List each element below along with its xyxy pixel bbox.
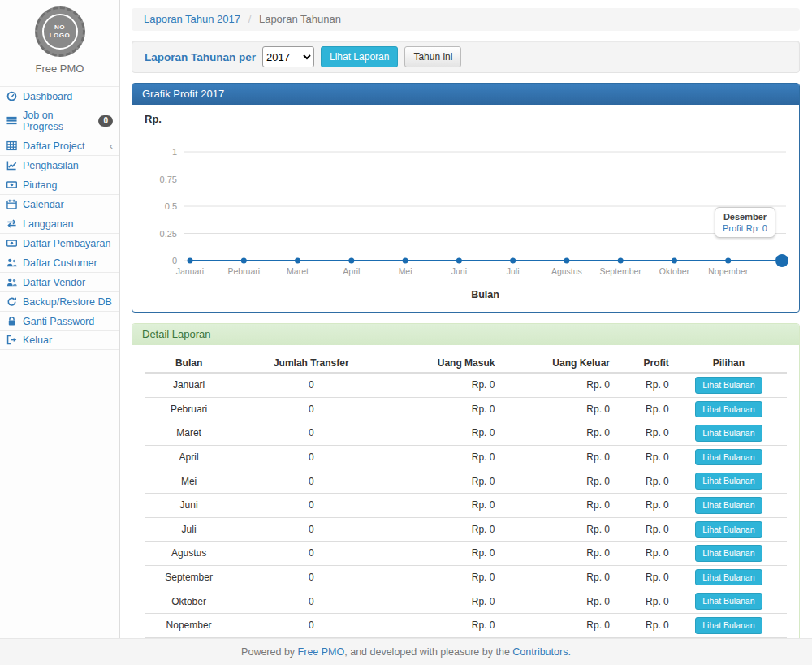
sidebar-item-penghasilan[interactable]: Penghasilan: [0, 155, 119, 175]
table-row: Januari0Rp. 0Rp. 0Rp. 0Lihat Bulanan: [145, 373, 787, 397]
brand-name: Free PMO: [0, 63, 119, 75]
cell-pilihan: Lihat Bulanan: [671, 517, 787, 542]
no-logo-badge: NO LOGO: [35, 6, 85, 57]
lihat-bulanan-button[interactable]: Lihat Bulanan: [695, 617, 762, 634]
sidebar-item-daftar-pembayaran[interactable]: Daftar Pembayaran: [0, 233, 119, 253]
cell-pilihan: Lihat Bulanan: [671, 421, 787, 446]
lihat-bulanan-button[interactable]: Lihat Bulanan: [695, 569, 762, 586]
cell-jumlah-transfer: 0: [233, 613, 389, 637]
cell-uang-masuk: Rp. 0: [389, 445, 496, 469]
sidebar-item-daftar-vendor[interactable]: Daftar Vendor: [0, 272, 119, 291]
data-point[interactable]: [241, 258, 247, 264]
cell-jumlah-transfer: 0: [233, 445, 389, 469]
cell-uang-keluar: Rp. 0: [496, 445, 611, 469]
column-header-profit: Profit: [611, 353, 671, 373]
breadcrumb: Laporan Tahun 2017 / Laporan Tahunan: [132, 8, 800, 31]
data-point[interactable]: [188, 258, 193, 264]
footer-contributors-link[interactable]: Contributors.: [512, 646, 571, 658]
cell-profit: Rp. 0: [611, 565, 671, 589]
data-point[interactable]: [456, 258, 462, 264]
cell-pilihan: Lihat Bulanan: [671, 397, 787, 421]
page: NO LOGO Free PMO Dashboard Job on Progre…: [0, 0, 812, 665]
sidebar-item-calendar[interactable]: Calendar: [0, 194, 119, 214]
x-tick-label: Juni: [451, 266, 467, 276]
sidebar-item-label: Backup/Restore DB: [23, 296, 112, 308]
column-header-uang-keluar: Uang Keluar: [496, 353, 611, 373]
lihat-bulanan-button[interactable]: Lihat Bulanan: [695, 449, 762, 466]
data-point[interactable]: [618, 258, 624, 264]
x-tick-label: Maret: [287, 266, 309, 276]
cell-jumlah-transfer: 0: [233, 469, 389, 494]
cell-jumlah-transfer: 0: [233, 373, 389, 397]
lihat-bulanan-button[interactable]: Lihat Bulanan: [695, 497, 762, 514]
profit-line-chart: 00.250.50.751JanuariPebruariMaretAprilMe…: [145, 127, 788, 287]
cell-uang-keluar: Rp. 0: [496, 542, 611, 566]
sidebar-item-piutang[interactable]: Piutang: [0, 175, 119, 194]
x-tick-label: Januari: [176, 266, 204, 276]
sidebar-item-label: Dashboard: [23, 91, 72, 102]
report-filter-bar: Laporan Tahunan per 2017 Lihat Laporan T…: [132, 41, 800, 73]
cell-bulan: Nopember: [145, 613, 233, 637]
sidebar-item-label: Daftar Customer: [23, 257, 97, 269]
chart-panel-title: Grafik Profit 2017: [132, 84, 799, 105]
data-point[interactable]: [295, 258, 300, 264]
cell-profit: Rp. 0: [611, 421, 671, 446]
sidebar-item-ganti-password[interactable]: Ganti Password: [0, 311, 119, 330]
lihat-bulanan-button[interactable]: Lihat Bulanan: [695, 545, 762, 562]
lihat-laporan-button[interactable]: Lihat Laporan: [321, 46, 398, 67]
data-point[interactable]: [510, 258, 516, 264]
sidebar-item-langganan[interactable]: Langganan: [0, 214, 119, 233]
sidebar-item-keluar[interactable]: Keluar: [0, 330, 119, 350]
cell-bulan: September: [145, 565, 233, 589]
sidebar-item-backup-restore-db[interactable]: Backup/Restore DB: [0, 291, 119, 311]
x-tick-label: Nopember: [708, 266, 749, 276]
sidebar-item-job-on-progress[interactable]: Job on Progress 0: [0, 106, 119, 136]
job-count-badge: 0: [98, 115, 113, 127]
sidebar-item-daftar-project[interactable]: Daftar Project ‹: [0, 136, 119, 155]
lihat-bulanan-button[interactable]: Lihat Bulanan: [695, 521, 762, 538]
data-point[interactable]: [672, 258, 677, 264]
x-tick-label: Juli: [507, 266, 520, 276]
data-point[interactable]: [725, 258, 731, 264]
cell-profit: Rp. 0: [611, 445, 671, 469]
cell-profit: Rp. 0: [611, 589, 671, 614]
x-tick-label: September: [599, 266, 641, 276]
lihat-bulanan-button[interactable]: Lihat Bulanan: [695, 473, 762, 490]
chevron-left-icon: ‹: [110, 140, 113, 152]
footer-brand-link[interactable]: Free PMO: [298, 646, 345, 658]
data-point[interactable]: [564, 258, 569, 264]
tahun-ini-button[interactable]: Tahun ini: [404, 46, 461, 67]
lihat-bulanan-button[interactable]: Lihat Bulanan: [695, 593, 762, 610]
lihat-bulanan-button[interactable]: Lihat Bulanan: [695, 377, 762, 394]
lihat-bulanan-button[interactable]: Lihat Bulanan: [695, 425, 762, 442]
profit-chart: Rp. 00.250.50.751JanuariPebruariMaretApr…: [145, 113, 787, 305]
cell-pilihan: Lihat Bulanan: [671, 565, 787, 589]
table-row: Juni0Rp. 0Rp. 0Rp. 0Lihat Bulanan: [145, 493, 787, 517]
table-row: Juli0Rp. 0Rp. 0Rp. 0Lihat Bulanan: [145, 517, 787, 542]
cell-bulan: Mei: [145, 469, 233, 494]
data-point[interactable]: [348, 258, 354, 264]
cell-pilihan: Lihat Bulanan: [671, 542, 787, 566]
cell-uang-masuk: Rp. 0: [389, 542, 496, 566]
footer-text: Powered by Free PMO, and developed with …: [241, 646, 571, 658]
logo-text-line1: NO: [54, 24, 65, 32]
line-chart-icon: [6, 160, 18, 171]
cell-uang-keluar: Rp. 0: [496, 373, 611, 397]
table-row: Mei0Rp. 0Rp. 0Rp. 0Lihat Bulanan: [145, 469, 787, 494]
sidebar-item-label: Penghasilan: [23, 160, 79, 171]
sidebar-item-dashboard[interactable]: Dashboard: [0, 86, 119, 106]
cell-uang-keluar: Rp. 0: [496, 421, 611, 446]
lihat-bulanan-button[interactable]: Lihat Bulanan: [695, 401, 762, 418]
sidebar: NO LOGO Free PMO Dashboard Job on Progre…: [0, 0, 120, 638]
year-select[interactable]: 2017: [262, 46, 314, 67]
breadcrumb-link-laporan-tahun[interactable]: Laporan Tahun 2017: [144, 13, 240, 25]
data-point[interactable]: [403, 258, 408, 264]
sidebar-item-label: Piutang: [23, 179, 57, 191]
money-icon: [6, 238, 18, 249]
data-point-highlighted[interactable]: [775, 254, 788, 267]
filter-label: Laporan Tahunan per: [145, 51, 256, 63]
sidebar-item-daftar-customer[interactable]: Daftar Customer: [0, 253, 119, 272]
x-tick-label: Agustus: [551, 266, 582, 276]
table-row: Agustus0Rp. 0Rp. 0Rp. 0Lihat Bulanan: [145, 542, 787, 566]
table-header-row: BulanJumlah TransferUang MasukUang Kelua…: [145, 353, 787, 373]
